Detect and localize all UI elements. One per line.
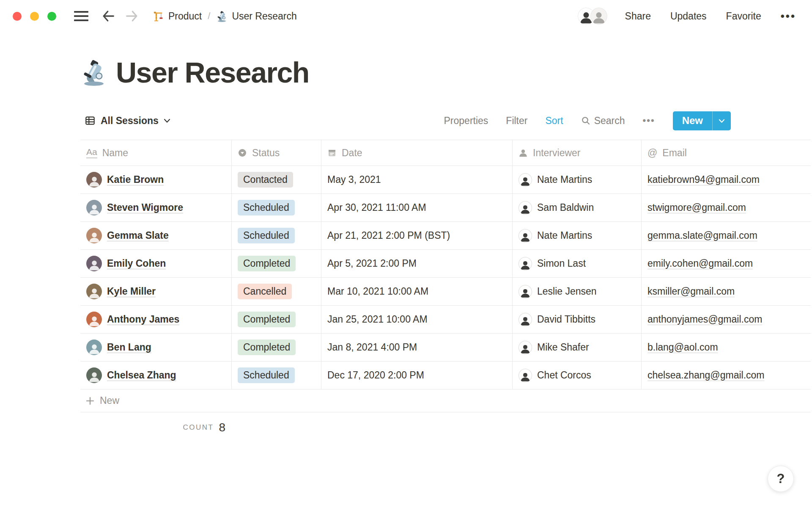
- record-name-link[interactable]: Steven Wigmore: [107, 202, 183, 213]
- record-name-link[interactable]: Katie Brown: [107, 174, 164, 185]
- search-button[interactable]: Search: [581, 115, 625, 127]
- email-link[interactable]: b.lang@aol.com: [647, 342, 718, 353]
- avatar: [518, 173, 532, 187]
- name-cell[interactable]: Anthony James: [80, 306, 231, 333]
- interviewer-cell[interactable]: Sam Baldwin: [512, 194, 641, 221]
- help-button[interactable]: ?: [768, 466, 794, 492]
- avatar: [518, 229, 532, 243]
- sidebar-toggle-icon[interactable]: [74, 11, 88, 21]
- name-cell[interactable]: Katie Brown: [80, 166, 231, 193]
- email-cell[interactable]: b.lang@aol.com: [641, 334, 811, 361]
- email-cell[interactable]: gemma.slate@gmail.com: [641, 222, 811, 249]
- email-cell[interactable]: emily.cohen@gmail.com: [641, 250, 811, 277]
- interviewer-cell[interactable]: Leslie Jensen: [512, 278, 641, 305]
- interviewer-cell[interactable]: David Tibbitts: [512, 306, 641, 333]
- column-header-interviewer[interactable]: Interviewer: [512, 140, 641, 166]
- record-name-link[interactable]: Kyle Miller: [107, 286, 156, 297]
- email-cell[interactable]: ksmiller@gmail.com: [641, 278, 811, 305]
- email-link[interactable]: stwigmore@gmail.com: [647, 202, 746, 213]
- interviewer-cell[interactable]: Nate Martins: [512, 166, 641, 193]
- date-cell[interactable]: Mar 10, 2021 10:00 AM: [321, 278, 512, 305]
- date-cell[interactable]: May 3, 2021: [321, 166, 512, 193]
- properties-button[interactable]: Properties: [444, 115, 488, 127]
- record-name-link[interactable]: Anthony James: [107, 314, 179, 325]
- name-cell[interactable]: Steven Wigmore: [80, 194, 231, 221]
- microscope-icon: [216, 11, 228, 22]
- add-row-button[interactable]: New: [80, 389, 811, 412]
- status-cell[interactable]: Completed: [231, 306, 321, 333]
- back-arrow-icon[interactable]: [101, 10, 115, 22]
- date-cell[interactable]: Dec 17, 2020 2:00 PM: [321, 362, 512, 389]
- status-cell[interactable]: Scheduled: [231, 194, 321, 221]
- name-cell[interactable]: Kyle Miller: [80, 278, 231, 305]
- email-link[interactable]: ksmiller@gmail.com: [647, 286, 735, 297]
- page-title[interactable]: User Research: [116, 56, 309, 89]
- new-button-chevron-down-icon[interactable]: [712, 111, 731, 130]
- interviewer-cell[interactable]: Mike Shafer: [512, 334, 641, 361]
- email-link[interactable]: chelsea.zhang@gmail.com: [647, 370, 764, 381]
- page-microscope-icon[interactable]: [80, 59, 107, 86]
- interviewer-cell[interactable]: Chet Corcos: [512, 362, 641, 389]
- status-cell[interactable]: Completed: [231, 250, 321, 277]
- name-cell[interactable]: Ben Lang: [80, 334, 231, 361]
- column-label: Email: [662, 147, 687, 159]
- status-badge: Completed: [238, 340, 296, 355]
- interviewer-cell[interactable]: Nate Martins: [512, 222, 641, 249]
- at-icon: @: [647, 147, 657, 159]
- forward-arrow-icon[interactable]: [125, 10, 139, 22]
- record-name-link[interactable]: Gemma Slate: [107, 230, 169, 241]
- email-link[interactable]: katiebrown94@gmail.com: [647, 174, 760, 185]
- minimize-window-button[interactable]: [30, 12, 39, 21]
- column-header-email[interactable]: @ Email: [641, 140, 811, 166]
- view-more-options-icon[interactable]: •••: [643, 115, 655, 126]
- email-link[interactable]: anthonyjames@gmail.com: [647, 314, 762, 325]
- email-cell[interactable]: chelsea.zhang@gmail.com: [641, 362, 811, 389]
- date-value: Apr 21, 2021 2:00 PM (BST): [327, 230, 450, 241]
- date-value: Apr 5, 2021 2:00 PM: [327, 258, 417, 269]
- updates-button[interactable]: Updates: [670, 11, 707, 22]
- avatar: [86, 256, 102, 271]
- close-window-button[interactable]: [13, 12, 22, 21]
- date-cell[interactable]: Apr 5, 2021 2:00 PM: [321, 250, 512, 277]
- date-cell[interactable]: Jan 8, 2021 4:00 PM: [321, 334, 512, 361]
- table-view-icon: [85, 115, 96, 126]
- record-name-link[interactable]: Ben Lang: [107, 342, 151, 353]
- share-button[interactable]: Share: [625, 11, 651, 22]
- breadcrumb-item-user-research[interactable]: User Research: [216, 11, 296, 22]
- column-header-date[interactable]: Date: [321, 140, 512, 166]
- date-cell[interactable]: Apr 21, 2021 2:00 PM (BST): [321, 222, 512, 249]
- email-cell[interactable]: katiebrown94@gmail.com: [641, 166, 811, 193]
- count-footer[interactable]: COUNT 8: [80, 412, 231, 434]
- email-cell[interactable]: anthonyjames@gmail.com: [641, 306, 811, 333]
- zoom-window-button[interactable]: [47, 12, 56, 21]
- record-name-link[interactable]: Emily Cohen: [107, 258, 166, 269]
- status-cell[interactable]: Scheduled: [231, 222, 321, 249]
- name-cell[interactable]: Chelsea Zhang: [80, 362, 231, 389]
- date-value: Dec 17, 2020 2:00 PM: [327, 370, 424, 381]
- status-cell[interactable]: Cancelled: [231, 278, 321, 305]
- email-link[interactable]: gemma.slate@gmail.com: [647, 230, 757, 241]
- date-cell[interactable]: Apr 30, 2021 11:00 AM: [321, 194, 512, 221]
- filter-button[interactable]: Filter: [506, 115, 527, 127]
- view-switcher[interactable]: All Sessions: [85, 115, 170, 127]
- plus-icon: [85, 396, 95, 406]
- collaborator-avatars[interactable]: [577, 7, 608, 25]
- status-cell[interactable]: Contacted: [231, 166, 321, 193]
- table-row: Gemma Slate Scheduled Apr 21, 2021 2:00 …: [80, 222, 811, 250]
- email-link[interactable]: emily.cohen@gmail.com: [647, 258, 753, 269]
- email-cell[interactable]: stwigmore@gmail.com: [641, 194, 811, 221]
- name-cell[interactable]: Gemma Slate: [80, 222, 231, 249]
- favorite-button[interactable]: Favorite: [726, 11, 761, 22]
- more-options-icon[interactable]: •••: [781, 14, 796, 19]
- status-cell[interactable]: Scheduled: [231, 362, 321, 389]
- breadcrumb-item-product[interactable]: Product: [153, 11, 202, 22]
- status-cell[interactable]: Completed: [231, 334, 321, 361]
- record-name-link[interactable]: Chelsea Zhang: [107, 370, 176, 381]
- column-header-name[interactable]: Aa Name: [80, 140, 231, 166]
- name-cell[interactable]: Emily Cohen: [80, 250, 231, 277]
- sort-button[interactable]: Sort: [545, 115, 563, 127]
- new-record-button[interactable]: New: [673, 111, 731, 130]
- date-cell[interactable]: Jan 25, 2021 10:00 AM: [321, 306, 512, 333]
- column-header-status[interactable]: Status: [231, 140, 321, 166]
- interviewer-cell[interactable]: Simon Last: [512, 250, 641, 277]
